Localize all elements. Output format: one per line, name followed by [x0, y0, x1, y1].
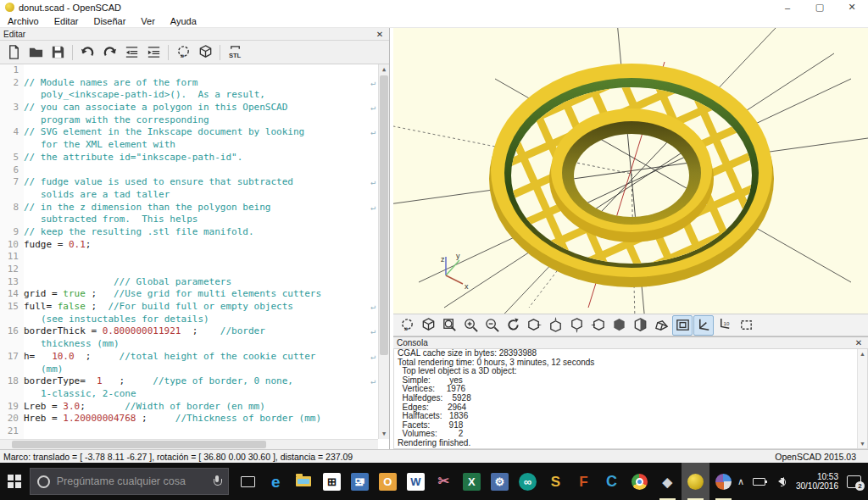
- code-line[interactable]: 20Hreb = 1.20000004768 ; //Thickness of …: [0, 413, 378, 425]
- scroll-up-icon[interactable]: ▲: [858, 349, 867, 358]
- arduino-app[interactable]: ∞: [514, 463, 542, 500]
- code-line[interactable]: 19Lreb = 3.0; //Width of border (en mm): [0, 401, 378, 414]
- reset-view-button[interactable]: [503, 315, 523, 336]
- indent-button[interactable]: [143, 42, 164, 63]
- menu-ver[interactable]: Ver: [133, 16, 163, 26]
- code-line[interactable]: 3// you can associate a polygon in this …: [0, 102, 378, 114]
- minimize-button[interactable]: –: [771, 0, 804, 14]
- code-line[interactable]: 5// the attribute id="inkscape-path-id".: [0, 152, 378, 164]
- zoom-in-button[interactable]: [460, 315, 481, 336]
- zoom-all-button[interactable]: [439, 315, 459, 336]
- system-app[interactable]: ⚙: [486, 463, 514, 500]
- menu-diseñar[interactable]: Diseñar: [86, 16, 133, 26]
- code-line[interactable]: 18borderType= 1 ; //type of border, 0 no…: [0, 375, 378, 388]
- view-top-button[interactable]: [545, 315, 565, 336]
- view-diagonal-button[interactable]: [609, 315, 629, 336]
- scroll-down-icon[interactable]: ▼: [858, 439, 867, 448]
- code-editor[interactable]: 12// Module names are of the form↵poly_<…: [0, 64, 389, 449]
- view-bottom-button[interactable]: [566, 315, 587, 336]
- freecad-app[interactable]: F: [570, 463, 598, 500]
- code-line[interactable]: (see instuctables for details): [0, 314, 378, 326]
- new-file-button[interactable]: [3, 42, 24, 63]
- show-edges-button[interactable]: [672, 315, 693, 336]
- excel-app[interactable]: X: [458, 463, 486, 500]
- store-app[interactable]: ⊞: [318, 463, 346, 500]
- snipping-tool-app[interactable]: ✂: [430, 463, 458, 500]
- code-line[interactable]: 16borderThick = 0.800000011921 ; //borde…: [0, 325, 378, 338]
- scroll-up-icon[interactable]: ▲: [379, 64, 389, 75]
- action-center-icon[interactable]: 2: [847, 475, 861, 488]
- inkscape-app[interactable]: ◆: [654, 463, 682, 500]
- code-line[interactable]: 2// Module names are of the form↵: [0, 77, 378, 90]
- close-button[interactable]: ✕: [836, 0, 868, 14]
- code-line[interactable]: 6: [0, 164, 378, 177]
- code-line[interactable]: 12: [0, 264, 378, 276]
- code-line[interactable]: 13 /// Global parameters: [0, 276, 378, 289]
- render-button[interactable]: [418, 315, 438, 336]
- microphone-icon[interactable]: [214, 475, 221, 487]
- editor-close-icon[interactable]: ✕: [374, 30, 386, 39]
- unindent-button[interactable]: [121, 42, 142, 63]
- code-line[interactable]: 8// in the z dimension than the polygon …: [0, 202, 378, 214]
- support-app[interactable]: 🖳: [346, 463, 374, 500]
- code-line[interactable]: 14grid = true ; //Use grid for multi ele…: [0, 288, 378, 301]
- console-output[interactable]: CGAL Polyhedrons in cache: 51 CGAL cache…: [393, 349, 868, 449]
- code-line[interactable]: 9// keep the resulting .stl file manifol…: [0, 226, 378, 239]
- file-explorer-app[interactable]: [290, 463, 318, 500]
- office-app[interactable]: O: [374, 463, 402, 500]
- show-axes-button[interactable]: [693, 315, 714, 336]
- scroll-down-icon[interactable]: ▼: [379, 429, 389, 439]
- scrollbar-thumb[interactable]: [380, 75, 388, 355]
- scrollbar-thumb[interactable]: [12, 441, 266, 448]
- word-app[interactable]: W: [402, 463, 430, 500]
- code-line[interactable]: 11: [0, 251, 378, 264]
- edge-app[interactable]: e: [262, 463, 290, 500]
- view-center-button[interactable]: [630, 315, 650, 336]
- code-line[interactable]: 7// fudge value is used to ensure that s…: [0, 176, 378, 189]
- code-line[interactable]: subtracted from. This helps: [0, 214, 378, 226]
- preview-button[interactable]: [397, 315, 417, 336]
- code-line[interactable]: program with the corresponding: [0, 114, 378, 127]
- view-left-button[interactable]: [587, 315, 608, 336]
- show-scale-markers-button[interactable]: [715, 315, 735, 336]
- code-line[interactable]: 15full= false ; //For build full or empt…: [0, 301, 378, 314]
- code-line[interactable]: poly_<inkscape-path-id>(). As a result,: [0, 89, 378, 102]
- menu-ayuda[interactable]: Ayuda: [163, 16, 204, 26]
- console-close-icon[interactable]: ✕: [853, 338, 865, 347]
- tray-chevron-icon[interactable]: ∧: [737, 476, 744, 487]
- code-line[interactable]: 21: [0, 425, 378, 438]
- cortana-search-input[interactable]: Pregúntame cualquier cosa: [30, 468, 229, 495]
- undo-button[interactable]: [77, 42, 97, 63]
- open-file-button[interactable]: [25, 42, 46, 63]
- paint3d-app[interactable]: [709, 463, 737, 500]
- 3d-viewport[interactable]: z y x: [393, 28, 868, 314]
- clock[interactable]: 10:53 30/10/2016: [796, 472, 838, 491]
- menu-editar[interactable]: Editar: [47, 16, 86, 26]
- console-scrollbar[interactable]: ▲ ▼: [857, 349, 867, 448]
- code-line[interactable]: 4// SVG element in the Inkscape document…: [0, 126, 378, 139]
- task-view-button[interactable]: [234, 463, 262, 500]
- chrome-app[interactable]: [626, 463, 654, 500]
- show-crosshairs-button[interactable]: [736, 315, 756, 336]
- view-right-button[interactable]: [524, 315, 544, 336]
- code-line[interactable]: (mm): [0, 364, 378, 376]
- maximize-button[interactable]: ▢: [804, 0, 836, 14]
- code-line[interactable]: 1: [0, 64, 378, 77]
- code-line[interactable]: 17h= 10.0 ; //total height of the cookie…: [0, 351, 378, 364]
- code-line[interactable]: thickness (mm): [0, 338, 378, 351]
- editor-vertical-scrollbar[interactable]: ▲ ▼: [378, 64, 389, 439]
- sublime-app[interactable]: S: [542, 463, 570, 500]
- zoom-out-button[interactable]: [481, 315, 502, 336]
- view-surfaces-button[interactable]: [651, 315, 671, 336]
- cura-app[interactable]: C: [598, 463, 626, 500]
- menu-archivo[interactable]: Archivo: [0, 16, 47, 26]
- code-line[interactable]: for the XML element with: [0, 139, 378, 152]
- openscad-app[interactable]: [682, 463, 709, 500]
- start-button[interactable]: [0, 463, 30, 500]
- preview-button[interactable]: [173, 42, 193, 63]
- render-button[interactable]: [195, 42, 215, 63]
- battery-icon[interactable]: [753, 478, 765, 486]
- code-line[interactable]: 10fudge = 0.1;: [0, 239, 378, 252]
- volume-icon[interactable]: [774, 477, 784, 486]
- code-line[interactable]: 1-classic, 2-cone: [0, 388, 378, 401]
